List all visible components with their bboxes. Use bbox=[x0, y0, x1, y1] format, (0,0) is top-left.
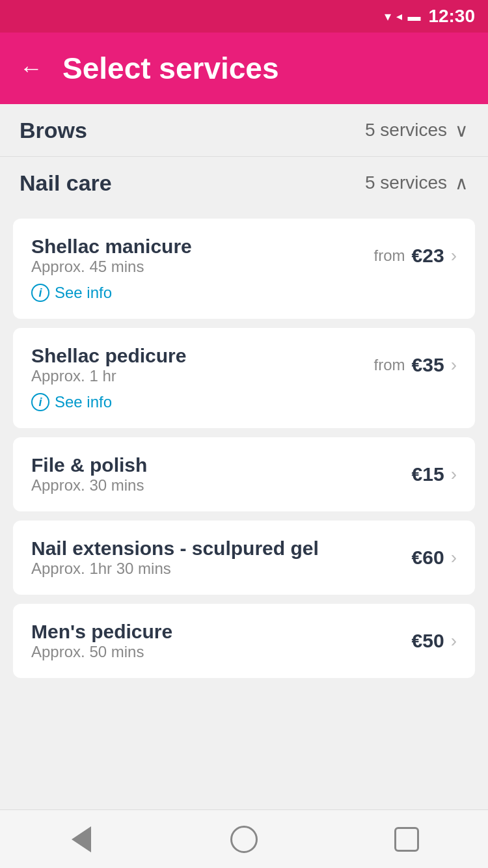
service-card-shellac-manicure[interactable]: Shellac manicure Approx. 45 mins from €2… bbox=[13, 219, 475, 319]
nail-care-section-header[interactable]: Nail care 5 services ∧ bbox=[0, 157, 488, 209]
service-price: €50 bbox=[412, 630, 444, 652]
see-info-label: See info bbox=[55, 284, 112, 302]
back-button[interactable]: ← bbox=[20, 55, 43, 82]
service-from-label: from bbox=[374, 247, 405, 265]
nav-home-button[interactable] bbox=[224, 820, 264, 859]
info-icon: i bbox=[31, 393, 49, 411]
nail-care-service-count: 5 services bbox=[365, 172, 447, 193]
service-name: File & polish bbox=[31, 454, 147, 476]
service-price-row: from €23 › bbox=[374, 245, 457, 267]
service-name: Men's pedicure bbox=[31, 621, 172, 643]
service-card-row: Nail extensions - sculpured gel Approx. … bbox=[31, 537, 457, 578]
see-info-row[interactable]: i See info bbox=[31, 284, 457, 302]
service-price: €35 bbox=[412, 354, 444, 376]
service-price-row: €15 › bbox=[412, 463, 457, 485]
service-card-row: Men's pedicure Approx. 50 mins €50 › bbox=[31, 621, 457, 661]
see-info-label: See info bbox=[55, 393, 112, 411]
service-name: Shellac pedicure bbox=[31, 345, 186, 367]
brows-chevron-icon: ∨ bbox=[455, 120, 468, 141]
status-bar-time: 12:30 bbox=[428, 6, 475, 27]
home-circle-icon bbox=[230, 826, 258, 853]
page-title: Select services bbox=[62, 51, 279, 86]
battery-icon: ▬ bbox=[407, 9, 420, 24]
service-duration: Approx. 1 hr bbox=[31, 367, 186, 385]
service-price: €23 bbox=[412, 245, 444, 267]
wifi-icon: ▾ bbox=[385, 8, 391, 24]
service-info: File & polish Approx. 30 mins bbox=[31, 454, 147, 495]
brows-section-header[interactable]: Brows 5 services ∨ bbox=[0, 104, 488, 156]
service-duration: Approx. 30 mins bbox=[31, 476, 147, 495]
service-chevron-icon: › bbox=[451, 547, 457, 568]
info-icon: i bbox=[31, 284, 49, 302]
service-name: Nail extensions - sculpured gel bbox=[31, 537, 319, 560]
status-icons: ▾ ◂ ▬ bbox=[385, 8, 420, 24]
service-chevron-icon: › bbox=[451, 245, 457, 266]
back-triangle-icon bbox=[72, 826, 91, 852]
service-info: Shellac pedicure Approx. 1 hr bbox=[31, 345, 186, 385]
service-price-row: from €35 › bbox=[374, 354, 457, 376]
service-card-row: Shellac manicure Approx. 45 mins from €2… bbox=[31, 236, 457, 276]
brows-section-title: Brows bbox=[20, 118, 87, 143]
service-price: €60 bbox=[412, 547, 444, 569]
services-list: Shellac manicure Approx. 45 mins from €2… bbox=[0, 209, 488, 688]
service-from-label: from bbox=[374, 356, 405, 374]
see-info-row[interactable]: i See info bbox=[31, 393, 457, 411]
recent-square-icon bbox=[394, 827, 419, 852]
service-card-mens-pedicure[interactable]: Men's pedicure Approx. 50 mins €50 › bbox=[13, 604, 475, 678]
status-bar: ▾ ◂ ▬ 12:30 bbox=[0, 0, 488, 33]
service-price: €15 bbox=[412, 463, 444, 485]
brows-service-count: 5 services bbox=[365, 120, 447, 141]
service-duration: Approx. 45 mins bbox=[31, 258, 192, 276]
service-chevron-icon: › bbox=[451, 464, 457, 485]
bottom-nav bbox=[0, 809, 488, 868]
service-card-file-polish[interactable]: File & polish Approx. 30 mins €15 › bbox=[13, 437, 475, 511]
nail-care-chevron-icon: ∧ bbox=[455, 172, 468, 194]
nail-care-section-right: 5 services ∧ bbox=[365, 172, 468, 194]
service-info: Shellac manicure Approx. 45 mins bbox=[31, 236, 192, 276]
service-name: Shellac manicure bbox=[31, 236, 192, 258]
service-price-row: €50 › bbox=[412, 630, 457, 652]
service-info: Nail extensions - sculpured gel Approx. … bbox=[31, 537, 319, 578]
signal-icon: ◂ bbox=[396, 9, 402, 23]
service-chevron-icon: › bbox=[451, 355, 457, 375]
header: ← Select services bbox=[0, 33, 488, 104]
service-card-row: Shellac pedicure Approx. 1 hr from €35 › bbox=[31, 345, 457, 385]
nav-recent-button[interactable] bbox=[387, 820, 426, 859]
service-duration: Approx. 50 mins bbox=[31, 643, 172, 661]
brows-section-right: 5 services ∨ bbox=[365, 120, 468, 141]
content-area: Brows 5 services ∨ Nail care 5 services … bbox=[0, 104, 488, 746]
nav-back-button[interactable] bbox=[62, 820, 101, 859]
service-info: Men's pedicure Approx. 50 mins bbox=[31, 621, 172, 661]
service-card-shellac-pedicure[interactable]: Shellac pedicure Approx. 1 hr from €35 ›… bbox=[13, 328, 475, 428]
service-price-row: €60 › bbox=[412, 547, 457, 569]
service-card-row: File & polish Approx. 30 mins €15 › bbox=[31, 454, 457, 495]
service-card-nail-extensions[interactable]: Nail extensions - sculpured gel Approx. … bbox=[13, 521, 475, 595]
service-duration: Approx. 1hr 30 mins bbox=[31, 560, 319, 578]
nail-care-section-title: Nail care bbox=[20, 170, 112, 196]
service-chevron-icon: › bbox=[451, 631, 457, 651]
